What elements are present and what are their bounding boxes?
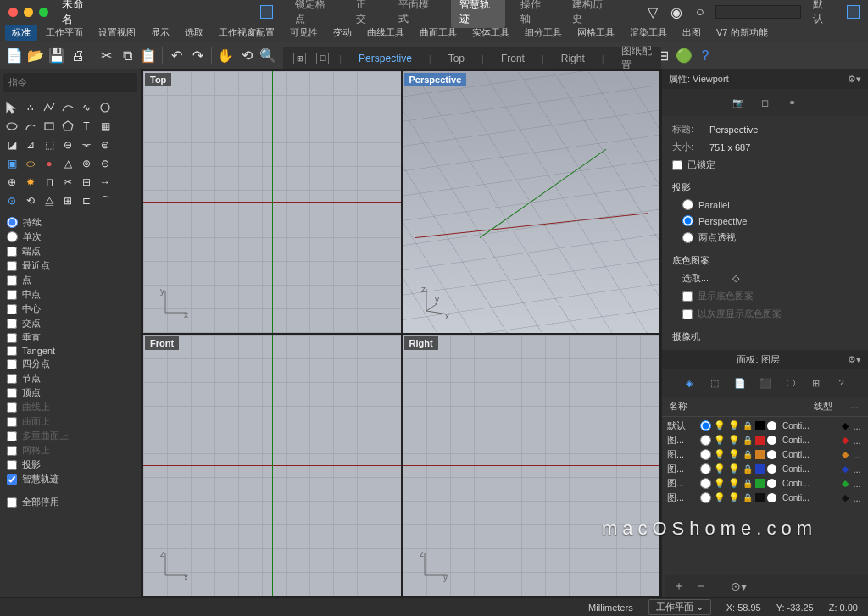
vptab-top[interactable]: Top [442, 51, 471, 66]
help-icon[interactable]: ? [696, 47, 715, 65]
status-units[interactable]: Millimeters [588, 602, 633, 613]
viewport-perspective[interactable]: Perspective xzy [403, 71, 660, 333]
layer-color-swatch[interactable] [755, 436, 765, 445]
osnap-tan[interactable]: Tangent [7, 346, 134, 356]
sphere-tool-icon[interactable]: ● [41, 155, 58, 172]
grasshopper-icon[interactable]: 🟢 [675, 47, 693, 65]
undo-icon[interactable]: ↶ [167, 47, 186, 65]
cone-icon[interactable]: △ [59, 155, 76, 172]
vptab-perspective[interactable]: Perspective [352, 51, 419, 66]
bulb-off-icon[interactable]: 💡 [728, 492, 740, 503]
tab-v7new[interactable]: V7 的新功能 [709, 25, 775, 41]
rectangle-icon[interactable] [41, 118, 58, 135]
save-icon[interactable]: 💾 [47, 47, 66, 65]
osnap-int[interactable]: 交点 [7, 317, 134, 330]
add-layer-icon[interactable]: ＋ [671, 579, 687, 594]
redo-icon[interactable]: ↷ [188, 47, 207, 65]
text-icon[interactable]: T [78, 118, 95, 135]
proj-perspective[interactable]: Perspective [682, 215, 858, 226]
current-layer-label[interactable]: 默认 [813, 0, 832, 26]
revolve-icon[interactable]: ⊖ [59, 136, 76, 153]
tab-cplane[interactable]: 工作平面 [39, 25, 90, 41]
new-icon[interactable]: 📄 [5, 47, 24, 65]
move-icon[interactable]: ↔ [97, 174, 114, 191]
pan-icon[interactable]: ✋ [216, 47, 235, 65]
layer-row[interactable]: 图...💡💡🔒Conti...◆... [667, 491, 863, 505]
bulb-off-icon[interactable]: 💡 [728, 435, 740, 446]
maximize-icon[interactable] [39, 8, 48, 17]
osnap-mid[interactable]: 中点 [7, 288, 134, 301]
osnap-mode-continuous[interactable]: 持续 [7, 216, 134, 229]
pipe-icon[interactable]: ⊜ [97, 136, 114, 153]
mirror-icon[interactable]: ⧋ [41, 192, 58, 209]
bulb-icon[interactable]: 💡 [714, 463, 726, 474]
layer-options-icon[interactable]: ⊙▾ [731, 579, 746, 594]
remove-layer-icon[interactable]: － [693, 579, 709, 594]
tube-icon[interactable]: ⊝ [97, 155, 114, 172]
viewport-right-label[interactable]: Right [404, 336, 438, 350]
osnap-vertex[interactable]: 顶点 [7, 386, 134, 399]
bulb-icon[interactable]: 💡 [714, 492, 726, 503]
osnap-near[interactable]: 最近点 [7, 259, 134, 272]
record-icon[interactable]: ◉ [668, 3, 685, 21]
tab-display[interactable]: 显示 [144, 25, 176, 41]
lock-icon[interactable]: 🔒 [743, 479, 753, 488]
command-input[interactable]: 指令 [3, 73, 137, 92]
torus-icon[interactable]: ⊚ [78, 155, 95, 172]
layer-color-swatch[interactable] [755, 493, 765, 502]
minimize-icon[interactable] [24, 8, 33, 17]
zoom-icon[interactable]: 🔍 [259, 47, 277, 65]
layer-current-radio[interactable] [700, 492, 711, 503]
tab-visibility[interactable]: 可见性 [283, 25, 325, 41]
bulb-off-icon[interactable]: 💡 [728, 420, 740, 431]
square-indicator-icon[interactable] [260, 5, 273, 19]
layer-current-radio[interactable] [700, 435, 711, 446]
screens-icon[interactable]: ⊞ [807, 375, 826, 391]
print-icon[interactable]: 🖨 [69, 47, 87, 65]
viewport-top-label[interactable]: Top [145, 73, 171, 86]
scale-icon[interactable]: ⊙ [3, 192, 20, 209]
layer-row[interactable]: 图...💡💡🔒Conti...◆... [667, 462, 863, 476]
bulb-icon[interactable]: 💡 [714, 420, 726, 431]
copy-icon[interactable]: ⧉ [118, 47, 136, 65]
rotate-icon[interactable]: ⟲ [237, 47, 256, 65]
tab-transform[interactable]: 变动 [326, 25, 359, 41]
layer-current-radio[interactable] [700, 463, 711, 474]
bulb-off-icon[interactable]: 💡 [728, 449, 740, 460]
circle-icon[interactable]: ○ [692, 3, 709, 21]
display-icon[interactable]: 🖵 [782, 375, 800, 391]
layer-color-swatch[interactable] [755, 479, 765, 488]
wallpaper-select[interactable]: 选取... [682, 272, 709, 285]
sweep-icon[interactable]: ⫘ [78, 136, 95, 153]
four-viewport-icon[interactable]: ⊞ [293, 53, 306, 64]
viewport-right[interactable]: Right yz [403, 335, 660, 597]
join-icon[interactable]: ⊓ [41, 174, 58, 191]
tab-viewport[interactable]: 工作视窗配置 [212, 25, 281, 41]
osnap-end[interactable]: 端点 [7, 245, 134, 258]
osnap-project[interactable]: 投影 [7, 458, 134, 471]
bulb-off-icon[interactable]: 💡 [728, 478, 740, 489]
layer-material-swatch[interactable] [767, 421, 776, 430]
point-icon[interactable]: ∴ [22, 99, 39, 116]
bulb-icon[interactable]: 💡 [714, 435, 726, 446]
tab-setview[interactable]: 设置视图 [92, 25, 142, 41]
close-icon[interactable] [8, 8, 18, 17]
status-cplane[interactable]: 工作平面 ⌄ [648, 599, 711, 615]
layer-current-radio[interactable] [700, 420, 711, 431]
tab-render[interactable]: 渲染工具 [623, 25, 674, 41]
layer-color-swatch[interactable] [755, 450, 765, 459]
layer-row[interactable]: 图...💡💡🔒Conti...◆... [667, 476, 863, 491]
tab-curve[interactable]: 曲线工具 [360, 25, 411, 41]
lock-icon[interactable]: 🔒 [743, 493, 753, 502]
osnap-point[interactable]: 点 [7, 274, 134, 286]
layer-color-swatch[interactable] [755, 421, 765, 430]
open-icon[interactable]: 📂 [26, 47, 45, 65]
notes-icon[interactable]: 📄 [731, 375, 749, 391]
tab-drafting[interactable]: 出图 [676, 25, 708, 41]
tab-mesh[interactable]: 网格工具 [570, 25, 621, 41]
layer-current-radio[interactable] [700, 478, 711, 489]
prop-locked[interactable]: 已锁定 [672, 158, 858, 171]
help-panel-icon[interactable]: ? [832, 375, 851, 391]
layer-material-swatch[interactable] [767, 464, 776, 474]
link-tab-icon[interactable]: ⚭ [783, 94, 802, 111]
